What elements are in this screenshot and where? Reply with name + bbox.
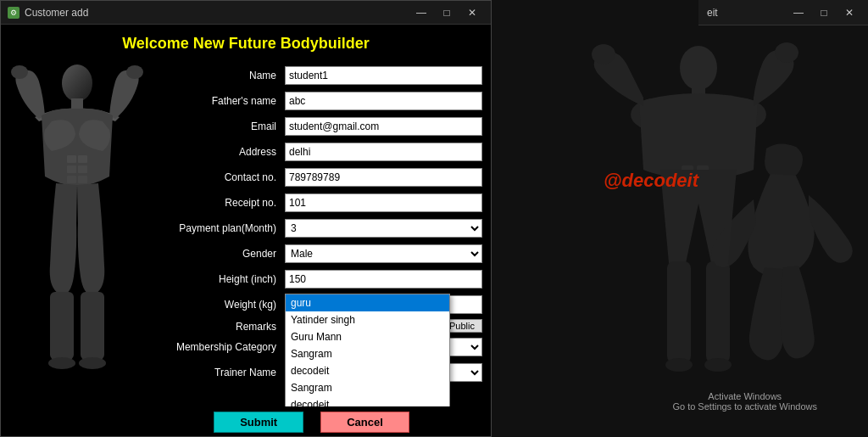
payment-select[interactable]: 3 6 12 <box>285 219 482 238</box>
dropdown-item-sangram1[interactable]: Sangram <box>286 345 449 362</box>
title-bar-left: ⚙ Customer add <box>8 7 88 19</box>
dropdown-item-guru[interactable]: guru <box>286 294 449 311</box>
fathers-name-row: Father's name <box>153 90 482 112</box>
watermark: @decodeit <box>604 170 698 192</box>
membership-label: Membership Category <box>153 341 285 353</box>
receipt-input[interactable] <box>285 193 482 212</box>
svg-point-17 <box>126 65 143 79</box>
svg-point-27 <box>79 357 106 369</box>
app-icon: ⚙ <box>8 7 19 19</box>
svg-point-16 <box>11 65 28 79</box>
cancel-button[interactable]: Cancel <box>320 412 409 433</box>
svg-rect-25 <box>81 292 104 360</box>
svg-point-0 <box>680 46 717 90</box>
receipt-row: Receipt no. <box>153 192 482 214</box>
bottom-buttons: Submit Cancel <box>1 406 491 436</box>
email-input[interactable] <box>285 117 482 136</box>
right-window-titlebar: eit — □ ✕ <box>698 0 868 25</box>
payment-row: Payment plan(Month) 3 6 12 <box>153 217 482 239</box>
right-window-controls: — □ ✕ <box>787 3 861 22</box>
minimize-btn[interactable]: — <box>409 3 433 22</box>
form-area: Welcome New Future Bodybuilder <box>1 25 491 406</box>
svg-point-14 <box>62 64 92 102</box>
windows-activate: Activate Windows Go to Settings to activ… <box>672 391 817 412</box>
address-row: Address <box>153 141 482 163</box>
fathers-name-label: Father's name <box>153 95 285 107</box>
email-row: Email <box>153 115 482 137</box>
receipt-label: Receipt no. <box>153 197 285 209</box>
svg-rect-24 <box>50 292 74 360</box>
submit-button[interactable]: Submit <box>214 412 303 433</box>
address-input[interactable] <box>285 143 482 161</box>
dropdown-item-decodeit1[interactable]: decodeit <box>286 362 449 379</box>
svg-rect-21 <box>78 165 87 173</box>
svg-rect-10 <box>667 261 691 363</box>
email-label: Email <box>153 120 285 132</box>
right-maximize-btn[interactable]: □ <box>812 3 836 22</box>
svg-rect-23 <box>78 176 87 183</box>
contact-row: Contact no. <box>153 166 482 188</box>
name-label: Name <box>153 70 285 81</box>
bodybuilder-figure-2 <box>698 132 868 386</box>
name-row: Name <box>153 64 482 87</box>
fathers-name-input[interactable] <box>285 92 482 110</box>
svg-point-26 <box>48 357 75 369</box>
weight-label: Weight (kg) <box>153 299 285 311</box>
remarks-label: Remarks <box>153 319 285 333</box>
dropdown-item-decodeit2[interactable]: decodeit <box>286 396 449 406</box>
form-title: Welcome New Future Bodybuilder <box>1 31 491 56</box>
svg-point-12 <box>665 358 693 372</box>
close-btn[interactable]: ✕ <box>460 3 484 22</box>
left-bodybuilder <box>9 58 145 397</box>
weight-row: Weight (kg) guru Yatinder singh Guru Man… <box>153 294 482 316</box>
contact-input[interactable] <box>285 168 482 187</box>
height-label: Height (inch) <box>153 273 285 285</box>
payment-label: Payment plan(Month) <box>153 222 285 234</box>
trainer-dropdown: guru Yatinder singh Guru Mann Sangram de… <box>285 294 450 406</box>
trainer-label: Trainer Name <box>153 367 285 378</box>
window-controls: — □ ✕ <box>409 3 484 22</box>
height-input[interactable] <box>285 270 482 289</box>
gender-label: Gender <box>153 248 285 260</box>
title-bar: ⚙ Customer add — □ ✕ <box>1 1 491 25</box>
svg-rect-20 <box>67 165 76 173</box>
svg-rect-18 <box>67 155 76 163</box>
fields-side: Name Father's name Email Address <box>153 64 491 390</box>
app-title: Customer add <box>25 7 88 19</box>
dropdown-item-sangram2[interactable]: Sangram <box>286 379 449 396</box>
main-app-window: ⚙ Customer add — □ ✕ Welcome New Future … <box>0 0 492 437</box>
svg-rect-22 <box>67 176 76 183</box>
svg-rect-19 <box>78 155 87 163</box>
name-input[interactable] <box>285 66 482 85</box>
content-area: Name Father's name Email Address <box>1 64 491 390</box>
photo-side <box>1 64 153 390</box>
svg-point-9 <box>775 42 798 63</box>
gender-row: Gender Male Female <box>153 243 482 265</box>
address-label: Address <box>153 146 285 158</box>
right-window-title: eit <box>698 7 787 19</box>
dropdown-item-gurumann[interactable]: Guru Mann <box>286 328 449 345</box>
dropdown-item-yatinder[interactable]: Yatinder singh <box>286 311 449 328</box>
maximize-btn[interactable]: □ <box>435 3 459 22</box>
contact-label: Contact no. <box>153 171 285 183</box>
gender-select[interactable]: Male Female <box>285 244 482 263</box>
height-row: Height (inch) <box>153 268 482 290</box>
svg-point-8 <box>592 44 615 64</box>
right-minimize-btn[interactable]: — <box>787 3 810 22</box>
right-close-btn[interactable]: ✕ <box>837 3 861 22</box>
